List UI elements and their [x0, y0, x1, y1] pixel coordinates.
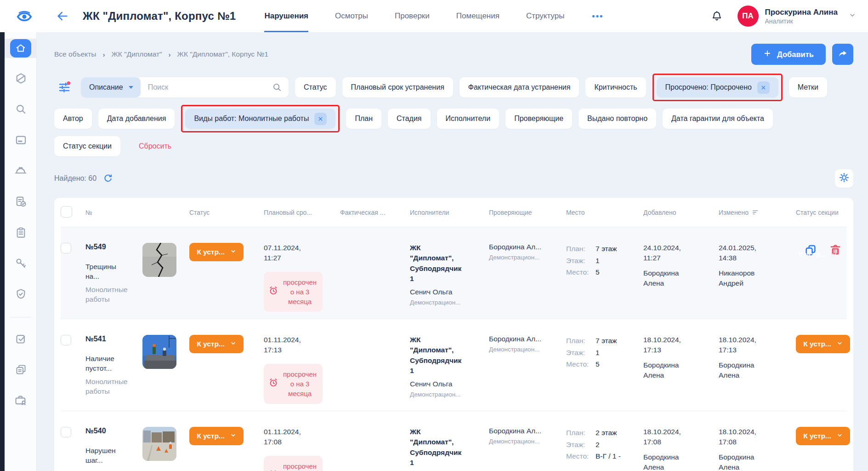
changed-date: 18.10.2024, 17:08 — [719, 427, 770, 448]
search-icon[interactable] — [272, 82, 282, 92]
changed-date: 18.10.2024, 17:13 — [719, 335, 770, 356]
sidebar-item-cards[interactable] — [5, 131, 37, 150]
filter-chip-warranty-date[interactable]: Дата гарантии для объекта — [663, 109, 773, 129]
added-by: Бородкина Алена — [643, 360, 695, 381]
status-dropdown-button[interactable]: К устр... — [189, 335, 244, 353]
breadcrumb-all-objects[interactable]: Все объекты — [54, 50, 96, 58]
filter-chip-overdue-active[interactable]: Просрочено: Просрочено — [657, 77, 778, 98]
section-status-dropdown-button[interactable]: К устр... — [796, 335, 850, 353]
search-field-select[interactable]: Описание — [81, 77, 141, 98]
user-menu[interactable]: ПА Проскурина Алина Аналитик — [738, 6, 857, 27]
app-logo-eye-icon[interactable] — [14, 7, 38, 25]
filter-chip-status[interactable]: Статус — [295, 77, 336, 98]
filter-chip-section-status[interactable]: Статус секции — [54, 136, 120, 156]
table-row[interactable]: №541 Наличие пустот... Монолитные работы… — [61, 319, 847, 411]
executor-org: ЖК "Дипломат", Субподрядчик 1 — [410, 335, 466, 376]
alarm-clock-icon — [268, 286, 278, 298]
overdue-badge: просрочено на 3 месяца — [264, 364, 323, 404]
breadcrumb-building[interactable]: ЖК "Дипломат", Корпус №1 — [177, 50, 268, 58]
sidebar-item-safety[interactable] — [5, 285, 37, 304]
filter-chip-planned-term[interactable]: Плановый срок устранения — [342, 77, 453, 98]
column-actual: Фактическая ... — [340, 209, 410, 216]
place-spot: 5 — [596, 358, 600, 370]
sidebar-item-prohibitions[interactable] — [5, 69, 37, 89]
tab-structures[interactable]: Структуры — [526, 0, 564, 32]
column-executors: Исполнители — [410, 209, 489, 216]
photo-crack-thumbnail[interactable] — [142, 243, 176, 277]
executor-org: ЖК "Дипломат", Субподрядчик 1 — [410, 427, 466, 468]
refresh-icon[interactable] — [103, 173, 113, 184]
status-dropdown-button[interactable]: К устр... — [189, 243, 244, 261]
annotation-box-overdue-filter: Просрочено: Просрочено — [652, 74, 783, 101]
table-row[interactable]: №549 Трещины на... Монолитные работы К у… — [61, 227, 847, 319]
filter-chip-reviewers[interactable]: Проверяющие — [505, 109, 572, 129]
left-sidebar — [0, 32, 37, 471]
reviewer-name: Бородкина Ал... — [489, 335, 561, 343]
sidebar-item-checklists[interactable] — [5, 224, 37, 243]
chevron-down-icon — [230, 248, 236, 256]
gear-icon — [839, 172, 850, 185]
photo-site-thumbnail[interactable] — [142, 427, 176, 461]
filter-chip-labels[interactable]: Метки — [789, 77, 827, 98]
changed-by: Никаноров Андрей — [719, 268, 770, 289]
filter-chip-author[interactable]: Автор — [54, 109, 92, 129]
filter-chip-criticality[interactable]: Критичность — [585, 77, 646, 98]
copy-icon[interactable] — [804, 244, 817, 257]
sidebar-item-search[interactable] — [5, 100, 37, 120]
reset-filters-link[interactable]: Сбросить — [139, 142, 171, 150]
added-date: 18.10.2024, 17:13 — [643, 335, 695, 356]
section-status-dropdown-button[interactable]: К устр... — [796, 427, 850, 445]
tab-rooms[interactable]: Помещения — [456, 0, 499, 32]
home-icon — [10, 39, 31, 57]
sidebar-item-tasks[interactable] — [5, 330, 37, 349]
user-name: Проскурина Алина — [765, 7, 838, 17]
table-row[interactable]: №540 Нарушен шаг... К устр... 01.11.2024… — [61, 411, 847, 471]
added-date: 24.10.2024, 11:27 — [643, 243, 695, 264]
filter-chip-date-added[interactable]: Дата добавления — [98, 109, 175, 129]
filter-chip-worktype-active[interactable]: Виды работ: Монолитные работы — [185, 109, 335, 129]
row-checkbox[interactable] — [61, 427, 71, 437]
add-button[interactable]: Добавить — [751, 44, 826, 65]
filter-chip-reissued[interactable]: Выдано повторно — [579, 109, 656, 129]
tab-checks[interactable]: Проверки — [395, 0, 430, 32]
select-all-checkbox[interactable] — [61, 206, 72, 218]
key-icon — [15, 257, 27, 271]
sidebar-item-acts[interactable] — [5, 193, 37, 212]
sidebar-item-documents[interactable] — [5, 361, 37, 380]
search-input[interactable] — [141, 83, 272, 92]
sidebar-item-contractors[interactable] — [5, 391, 37, 411]
sidebar-item-access[interactable] — [5, 254, 37, 274]
status-dropdown-button[interactable]: К устр... — [189, 427, 244, 445]
sidebar-item-home[interactable] — [5, 39, 37, 58]
card-icon — [15, 134, 27, 148]
row-checkbox[interactable] — [61, 243, 71, 253]
trash-icon[interactable] — [829, 244, 842, 257]
tab-inspections[interactable]: Осмотры — [335, 0, 368, 32]
filter-chip-stage[interactable]: Стадия — [388, 109, 431, 129]
chevron-down-icon — [230, 340, 236, 348]
reviewer-note: Демонстрацион... — [489, 254, 561, 261]
sidebar-item-construction[interactable] — [5, 162, 37, 181]
filter-chip-executors[interactable]: Исполнители — [437, 109, 499, 129]
filter-chip-plan[interactable]: План — [346, 109, 381, 129]
row-checkbox[interactable] — [61, 335, 71, 345]
table-settings-button[interactable] — [835, 169, 853, 188]
share-button[interactable] — [832, 44, 853, 65]
tab-violations[interactable]: Нарушения — [264, 0, 308, 32]
copy-documents-icon — [15, 363, 27, 378]
filter-chip-actual-date[interactable]: Фактическая дата устранения — [460, 77, 579, 98]
chevron-down-icon — [230, 432, 236, 440]
column-number: № — [85, 209, 142, 216]
close-icon[interactable] — [757, 81, 770, 94]
filter-settings-button[interactable] — [54, 77, 74, 98]
photo-workers-thumbnail[interactable] — [142, 335, 176, 369]
more-menu-icon[interactable]: ••• — [592, 11, 603, 21]
notifications-bell-icon[interactable] — [710, 9, 724, 23]
back-arrow-icon[interactable] — [54, 8, 71, 24]
checkbox-check-icon — [15, 333, 27, 347]
sort-icon[interactable] — [752, 209, 759, 215]
close-icon[interactable] — [314, 113, 327, 125]
breadcrumb-complex[interactable]: ЖК "Дипломат" — [112, 50, 162, 58]
filter-panel: Описание Статус Плановый срок устранения… — [54, 74, 853, 156]
place-spot: 5 — [596, 266, 600, 278]
